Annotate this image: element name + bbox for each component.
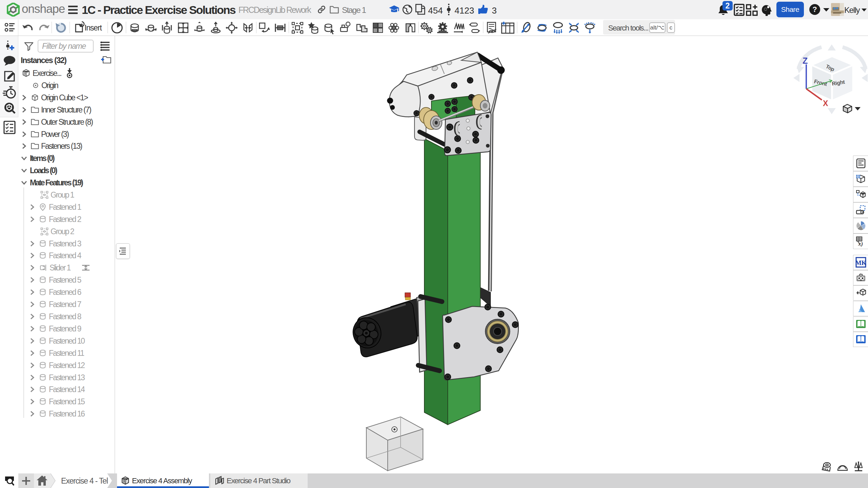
svg-text:MK: MK bbox=[855, 259, 866, 266]
svg-text:Z: Z bbox=[803, 56, 808, 65]
svg-text:?: ? bbox=[812, 5, 817, 14]
svg-text:x): x) bbox=[858, 241, 863, 247]
svg-text:X: X bbox=[823, 99, 828, 108]
